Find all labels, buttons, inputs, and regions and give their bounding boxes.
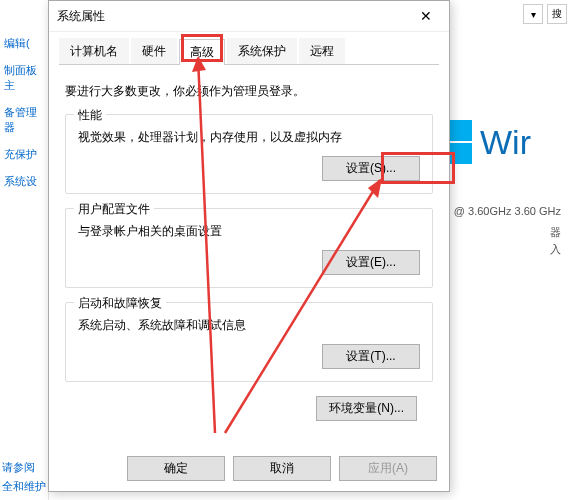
sidebar-link[interactable]: 充保护 xyxy=(0,141,48,168)
bg-label: 入 xyxy=(550,242,561,257)
svg-rect-1 xyxy=(450,120,472,141)
tabs: 计算机名 硬件 高级 系统保护 远程 xyxy=(59,38,439,65)
dialog-buttons: 确定 取消 应用(A) xyxy=(127,456,437,481)
bg-label: 器 xyxy=(550,225,561,240)
sidebar-link[interactable]: 系统设 xyxy=(0,168,48,195)
group-text: 系统启动、系统故障和调试信息 xyxy=(78,317,420,334)
tab-hardware[interactable]: 硬件 xyxy=(131,38,177,64)
user-profiles-settings-button[interactable]: 设置(E)... xyxy=(322,250,420,275)
sidebar-link[interactable]: 制面板主 xyxy=(0,57,48,99)
admin-note: 要进行大多数更改，你必须作为管理员登录。 xyxy=(65,83,433,100)
tab-content: 要进行大多数更改，你必须作为管理员登录。 性能 视觉效果，处理器计划，内存使用，… xyxy=(49,65,449,433)
group-text: 与登录帐户相关的桌面设置 xyxy=(78,223,420,240)
startup-recovery-group: 启动和故障恢复 系统启动、系统故障和调试信息 设置(T)... xyxy=(65,302,433,382)
control-panel-sidebar: 编辑( 制面板主 备管理器 充保护 系统设 xyxy=(0,0,49,500)
footer-link[interactable]: 请参阅 xyxy=(2,460,46,475)
search-button[interactable]: 搜 xyxy=(547,4,567,24)
tab-computer-name[interactable]: 计算机名 xyxy=(59,38,129,64)
close-icon[interactable]: ✕ xyxy=(411,8,441,24)
group-title: 性能 xyxy=(74,107,106,124)
group-title: 启动和故障恢复 xyxy=(74,295,166,312)
sidebar-link[interactable]: 备管理器 xyxy=(0,99,48,141)
environment-variables-button[interactable]: 环境变量(N)... xyxy=(316,396,417,421)
startup-recovery-settings-button[interactable]: 设置(T)... xyxy=(322,344,420,369)
apply-button[interactable]: 应用(A) xyxy=(339,456,437,481)
ok-button[interactable]: 确定 xyxy=(127,456,225,481)
svg-rect-3 xyxy=(450,143,472,164)
sidebar-link[interactable]: 编辑( xyxy=(0,30,48,57)
titlebar: 系统属性 ✕ xyxy=(49,1,449,32)
tab-system-protection[interactable]: 系统保护 xyxy=(227,38,297,64)
windows-text: Wir xyxy=(480,123,531,162)
system-properties-dialog: 系统属性 ✕ 计算机名 硬件 高级 系统保护 远程 要进行大多数更改，你必须作为… xyxy=(48,0,450,492)
cpu-info: @ 3.60GHz 3.60 GHz xyxy=(454,205,561,217)
cancel-button[interactable]: 取消 xyxy=(233,456,331,481)
group-text: 视觉效果，处理器计划，内存使用，以及虚拟内存 xyxy=(78,129,420,146)
performance-group: 性能 视觉效果，处理器计划，内存使用，以及虚拟内存 设置(S)... xyxy=(65,114,433,194)
tab-remote[interactable]: 远程 xyxy=(299,38,345,64)
performance-settings-button[interactable]: 设置(S)... xyxy=(322,156,420,181)
footer-link[interactable]: 全和维护 xyxy=(2,479,46,494)
dialog-title: 系统属性 xyxy=(57,8,105,25)
tab-advanced[interactable]: 高级 xyxy=(179,39,225,65)
group-title: 用户配置文件 xyxy=(74,201,154,218)
top-toolbar: ▾ 搜 xyxy=(523,4,567,24)
user-profiles-group: 用户配置文件 与登录帐户相关的桌面设置 设置(E)... xyxy=(65,208,433,288)
dropdown-icon[interactable]: ▾ xyxy=(523,4,543,24)
footer-links: 请参阅 全和维护 xyxy=(2,456,46,494)
